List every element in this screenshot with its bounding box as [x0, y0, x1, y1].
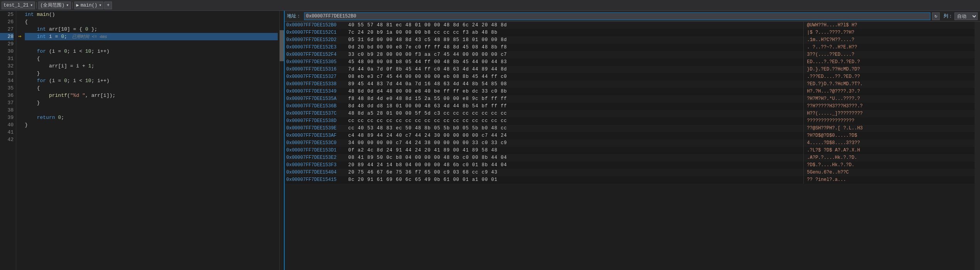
memory-hex-cell: 8c 20 91 61 69 60 6c 65 49 0b 61 00 01 a… — [347, 176, 804, 184]
memory-row[interactable]: 0x00007FF7DEE152D205 31 6d 00 00 48 8d 4… — [285, 36, 975, 44]
memory-row[interactable]: 0x00007FF7DEE1530545 48 00 00 08 b8 05 4… — [285, 58, 975, 66]
arrow-35 — [16, 84, 23, 92]
refresh-button[interactable]: ↻ — [932, 12, 940, 20]
code-line-40: } — [25, 121, 278, 129]
memory-ascii-cell: 3??(....??ED....? — [804, 51, 975, 58]
memory-row[interactable]: 0x00007FF7DEE1532708 eb e3 c7 45 44 00 0… — [285, 73, 975, 81]
memory-ascii-cell: ?ED.?}D.?.?HcMD.?T?. — [804, 81, 975, 88]
memory-addr-cell: 0x00007FF7DEE1539E — [285, 125, 347, 132]
memory-addr-cell: 0x00007FF7DEE15415 — [285, 176, 347, 184]
memory-addr-cell: 0x00007FF7DEE15338 — [285, 81, 347, 88]
memory-row[interactable]: 0x00007FF7DEE1535Af8 48 8d 4d e0 48 8d 1… — [285, 95, 975, 103]
memory-ascii-cell: ??@SH??PH?.[ ?.L..H3 — [804, 125, 975, 132]
col-label: 列： — [944, 13, 953, 19]
memory-hex-cell: 08 eb e3 c7 45 44 00 00 00 00 eb 08 8b 4… — [347, 73, 804, 81]
code-line-28: int i = 0; 已用时间 <= 4ms — [25, 33, 278, 40]
code-line-31: { — [25, 55, 278, 62]
scrollbar-thumb[interactable] — [280, 30, 284, 61]
arrow-32 — [16, 62, 23, 70]
memory-addr-cell: 0x00007FF7DEE1538D — [285, 117, 347, 125]
memory-ascii-cell: . ?..??~?..H?E.H?? — [804, 44, 975, 51]
memory-row[interactable]: 0x00007FF7DEE152B040 55 57 48 81 ec 48 0… — [285, 22, 975, 29]
line-numbers: 252627282930313233343536373839404142 — [0, 11, 16, 270]
memory-addr-cell: 0x00007FF7DEE153F3 — [285, 162, 347, 169]
file-chevron-icon: ▾ — [30, 2, 33, 8]
addr-input[interactable] — [304, 12, 930, 20]
arrow-31 — [16, 55, 23, 62]
arrow-41 — [16, 129, 23, 136]
line-number-31: 31 — [0, 55, 14, 62]
memory-row[interactable]: 0x00007FF7DEE153D10f a2 4c 8d 24 91 44 2… — [285, 147, 975, 154]
line-number-36: 36 — [0, 92, 14, 99]
memory-row[interactable]: 0x00007FF7DEE1539Ecc 40 53 48 83 ec 50 4… — [285, 125, 975, 132]
memory-row[interactable]: 0x00007FF7DEE153AFc4 48 89 44 24 40 c7 4… — [285, 132, 975, 139]
line-number-34: 34 — [0, 77, 14, 84]
memory-addr-cell: 0x00007FF7DEE15305 — [285, 58, 347, 66]
memory-hex-cell: 7c 24 20 b9 1a 00 00 00 b8 cc cc cc f3 a… — [347, 29, 804, 36]
memory-row[interactable]: 0x00007FF7DEE154158c 20 91 61 69 60 6c 6… — [285, 176, 975, 184]
line-number-30: 30 — [0, 48, 14, 55]
memory-table-wrap[interactable]: 0x00007FF7DEE152B040 55 57 48 81 ec 48 0… — [285, 22, 975, 270]
code-line-38 — [25, 107, 278, 114]
arrow-column: ⇒ — [16, 11, 23, 270]
line-number-25: 25 — [0, 11, 14, 18]
memory-row[interactable]: 0x00007FF7DEE153167d 44 0a 7d 0f 8b 45 4… — [285, 66, 975, 73]
memory-ascii-cell: @UWH??H....H?l$ H? — [804, 22, 975, 29]
line-number-35: 35 — [0, 84, 14, 92]
memory-ascii-cell: ?? ?inel?.a... — [804, 176, 975, 184]
toolbar-sep-1 — [36, 2, 37, 9]
memory-hex-cell: 45 48 00 00 08 b8 05 44 ff 00 48 8b 45 4… — [347, 58, 804, 66]
line-number-37: 37 — [0, 99, 14, 107]
memory-addr-cell: 0x00007FF7DEE1537C — [285, 110, 347, 117]
memory-row[interactable]: 0x00007FF7DEE152E30d 20 bd 00 00 e8 7e c… — [285, 44, 975, 51]
line-number-32: 32 — [0, 62, 14, 70]
memory-addr-cell: 0x00007FF7DEE15316 — [285, 66, 347, 73]
memory-hex-cell: 8d 48 dd d8 18 01 00 00 48 63 4d 44 8b 5… — [347, 103, 804, 110]
arrow-30 — [16, 48, 23, 55]
line-number-27: 27 — [0, 26, 14, 33]
file-dropdown[interactable]: test_l_21 ▾ — [2, 2, 35, 9]
file-label: test_l_21 — [3, 3, 29, 8]
arrow-26 — [16, 18, 23, 26]
memory-row[interactable]: 0x00007FF7DEE1533889 45 44 83 7d 44 0a 7… — [285, 81, 975, 88]
code-line-33: } — [25, 70, 278, 77]
memory-ascii-cell: 5Genu.6?e..h??C — [804, 169, 975, 176]
memory-addr-cell: 0x00007FF7DEE152F4 — [285, 51, 347, 58]
memory-row[interactable]: 0x00007FF7DEE1536B8d 48 dd d8 18 01 00 0… — [285, 103, 975, 110]
code-line-42 — [25, 136, 278, 143]
memory-ascii-cell: ??H?????H3???H3???.? — [804, 103, 975, 110]
code-scrollbar[interactable] — [279, 11, 284, 270]
memory-hex-cell: 40 55 57 48 81 ec 48 01 00 00 48 8d 6c 2… — [347, 22, 804, 29]
line-number-26: 26 — [0, 18, 14, 26]
memory-row[interactable]: 0x00007FF7DEE1540420 75 46 67 6e 75 36 f… — [285, 169, 975, 176]
func-icon: ▶ — [76, 2, 79, 8]
line-number-29: 29 — [0, 40, 14, 48]
arrow-38 — [16, 107, 23, 114]
memory-ascii-cell: ?D$.?....Hk.?.?D. — [804, 162, 975, 169]
code-area: 252627282930313233343536373839404142 ⇒ i… — [0, 11, 284, 270]
func-dropdown[interactable]: ▶ main() ▾ — [74, 2, 104, 9]
col-select[interactable]: 自动 8 16 32 — [954, 12, 978, 20]
memory-hex-cell: 7d 44 0a 7d 0f 8b 45 44 ff c0 48 63 4d 4… — [347, 66, 804, 73]
memory-hex-cell: 48 8d a5 28 01 00 00 5f 5d c3 cc cc cc c… — [347, 110, 804, 117]
memory-ascii-cell: }D.}.?ED.??HcMD.?D? — [804, 66, 975, 73]
memory-row[interactable]: 0x00007FF7DEE153C034 00 00 00 00 c7 44 2… — [285, 139, 975, 147]
add-button[interactable]: + — [104, 2, 112, 9]
line-number-28: 28 — [0, 33, 14, 40]
memory-hex-cell: 08 41 89 50 0c b8 04 00 00 00 48 6b c0 0… — [347, 154, 804, 162]
memory-row[interactable]: 0x00007FF7DEE1534948 8d 0d d4 48 00 00 e… — [285, 88, 975, 95]
memory-row[interactable]: 0x00007FF7DEE152C17c 24 20 b9 1a 00 00 0… — [285, 29, 975, 36]
right-scrollbar[interactable] — [975, 22, 980, 270]
memory-row[interactable]: 0x00007FF7DEE152F433 c0 b9 28 00 00 00 f… — [285, 51, 975, 58]
memory-ascii-cell: .1m..H?C?H??....? — [804, 36, 975, 44]
scope-dropdown[interactable]: (全局范围) ▾ — [38, 2, 71, 9]
line-number-41: 41 — [0, 129, 14, 136]
memory-addr-cell: 0x00007FF7DEE153C0 — [285, 139, 347, 147]
code-panel: 252627282930313233343536373839404142 ⇒ i… — [0, 11, 285, 270]
memory-row[interactable]: 0x00007FF7DEE153F320 89 44 24 14 b8 04 0… — [285, 162, 975, 169]
memory-row[interactable]: 0x00007FF7DEE1537C48 8d a5 28 01 00 00 5… — [285, 110, 975, 117]
arrow-39 — [16, 114, 23, 121]
memory-row[interactable]: 0x00007FF7DEE153E208 41 89 50 0c b8 04 0… — [285, 154, 975, 162]
memory-row[interactable]: 0x00007FF7DEE1538Dcc cc cc cc cc cc cc c… — [285, 117, 975, 125]
code-line-27: int arr[10] = { 0 }; — [25, 26, 278, 33]
